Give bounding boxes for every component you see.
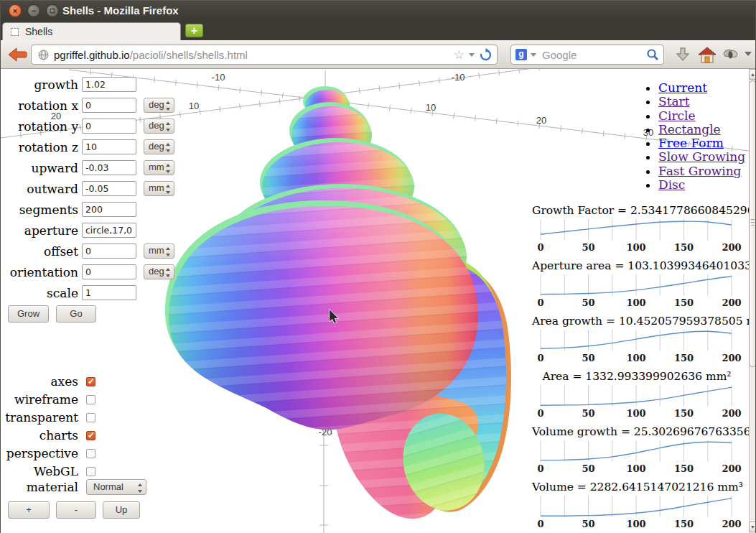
chart-plot: [532, 273, 742, 297]
chart-x-axis: 050100150200: [532, 297, 742, 307]
rotation-y-input[interactable]: [82, 119, 136, 134]
window-title: Shells - Mozilla Firefox: [62, 1, 179, 21]
axes-checkbox[interactable]: [86, 377, 95, 386]
search-bar[interactable]: g: [510, 45, 664, 65]
rotation-z-input[interactable]: [82, 139, 136, 154]
checkbox-label: transparent: [1, 410, 78, 425]
form-row-rotation-z: rotation zdeg: [1, 139, 174, 155]
link-start[interactable]: Start: [658, 94, 690, 108]
list-item: Start: [658, 94, 745, 108]
transparent-checkbox[interactable]: [86, 413, 95, 422]
list-item: Disc: [658, 177, 745, 191]
link-slow-growing[interactable]: Slow Growing: [658, 149, 745, 164]
checkbox-label: perspective: [1, 446, 78, 460]
x-tick-label: 150: [674, 242, 694, 253]
x-tick-label: 200: [722, 519, 741, 529]
chart-3: Area = 1332.993399902636 mm²050100150200: [532, 370, 742, 425]
unit-select[interactable]: mm: [144, 181, 174, 196]
upward-input[interactable]: [82, 160, 136, 175]
chart-2: Area growth = 10.452057959378505 mm²0501…: [532, 315, 742, 370]
spinner-arrows-icon: [166, 164, 171, 173]
scrollbar-up-button[interactable]: ▲: [749, 69, 756, 80]
window-maximize-button[interactable]: ▢: [46, 4, 59, 17]
chart-5: Volume = 2282.6415147021216 mm³050100150…: [532, 481, 742, 533]
growth-input[interactable]: [82, 77, 136, 92]
list-item: Rectangle: [658, 122, 745, 136]
chart-title: Aperture area = 103.10399346401033 mm²: [532, 259, 742, 273]
charts-checkbox[interactable]: [86, 431, 95, 440]
offset-input[interactable]: [82, 244, 136, 259]
unit-select[interactable]: deg: [144, 264, 174, 279]
search-input[interactable]: [541, 48, 646, 62]
bookmark-star-icon[interactable]: ☆: [454, 47, 465, 62]
x-tick-label: 150: [674, 408, 694, 419]
minus-button[interactable]: -: [56, 501, 96, 519]
new-tab-button[interactable]: +: [185, 24, 203, 37]
list-item: Circle: [658, 108, 745, 122]
field-label: segments: [1, 203, 78, 217]
unit-select[interactable]: mm: [144, 160, 174, 175]
scrollbar-down-button[interactable]: ▼: [749, 522, 756, 532]
home-icon[interactable]: [697, 46, 717, 64]
link-fast-growing[interactable]: Fast Growing: [658, 164, 742, 178]
outward-input[interactable]: [82, 181, 136, 196]
search-engine-dropdown-icon[interactable]: [531, 53, 536, 57]
unit-select[interactable]: deg: [144, 139, 174, 154]
link-free-form[interactable]: Free Form: [658, 136, 724, 150]
spinner-arrows-icon: [166, 268, 171, 277]
field-label: aperture: [1, 223, 78, 238]
aperture-input[interactable]: [82, 223, 136, 238]
segments-input[interactable]: [82, 202, 136, 217]
spinner-arrows-icon: [166, 122, 171, 131]
tab-label: Shells: [25, 26, 52, 37]
window-minimize-button[interactable]: −: [27, 4, 40, 17]
back-button[interactable]: [6, 45, 28, 64]
x-tick-label: 150: [674, 353, 694, 363]
link-circle[interactable]: Circle: [658, 108, 696, 123]
wireframe-checkbox[interactable]: [86, 395, 95, 404]
link-rectangle[interactable]: Rectangle: [658, 122, 721, 136]
perspective-checkbox[interactable]: [86, 449, 95, 458]
x-tick-label: 200: [722, 353, 741, 363]
unit-select[interactable]: mm: [144, 244, 174, 259]
plus-button[interactable]: +: [8, 501, 50, 519]
scrollbar-thumb[interactable]: [749, 80, 756, 367]
list-item: Fast Growing: [658, 164, 745, 177]
navigation-toolbar: pgriffel.github.io/pacioli/shells/shells…: [1, 40, 755, 69]
spinner-arrows-icon: [166, 247, 171, 256]
form-row-offset: offsetmm: [1, 243, 174, 259]
scale-input[interactable]: [82, 285, 136, 300]
addon-fly-icon[interactable]: [723, 48, 739, 60]
chart-4: Volume growth = 25.30269676763356 mm³050…: [532, 425, 742, 481]
search-magnifier-icon[interactable]: [646, 48, 659, 61]
url-dropdown-icon[interactable]: [469, 53, 475, 57]
go-button[interactable]: Go: [56, 305, 96, 323]
window-close-button[interactable]: ×: [9, 4, 22, 17]
google-icon: g: [515, 49, 527, 60]
unit-select[interactable]: deg: [144, 98, 174, 113]
rotation-x-input[interactable]: [82, 98, 136, 113]
toolbar-overflow-icon[interactable]: [745, 52, 752, 56]
link-current[interactable]: Current: [658, 80, 707, 95]
form-row-upward: upwardmm: [1, 159, 174, 176]
tab-shells[interactable]: Shells: [2, 22, 181, 40]
url-bar[interactable]: pgriffel.github.io/pacioli/shells/shells…: [31, 45, 498, 65]
orientation-input[interactable]: [82, 264, 136, 279]
spinner-arrows-icon: [138, 483, 143, 493]
reload-icon[interactable]: [479, 48, 493, 62]
unit-select[interactable]: deg: [144, 119, 174, 134]
scrollbar-track[interactable]: ▲ ▼: [749, 69, 756, 533]
grow-button[interactable]: Grow: [8, 305, 49, 323]
up-button[interactable]: Up: [103, 501, 140, 519]
form-row-orientation: orientationdeg: [1, 264, 174, 280]
material-select[interactable]: Normal: [86, 479, 146, 495]
x-tick-label: 100: [626, 463, 645, 474]
link-disc[interactable]: Disc: [658, 177, 685, 192]
download-icon[interactable]: [674, 46, 691, 63]
checkbox-row-WebGL: WebGL: [1, 465, 95, 478]
WebGL-checkbox[interactable]: [86, 467, 95, 476]
spinner-arrows-icon: [166, 101, 171, 111]
x-tick-label: 0: [537, 463, 543, 474]
x-tick-label: 150: [674, 519, 694, 529]
form-row-segments: segments: [1, 201, 136, 218]
